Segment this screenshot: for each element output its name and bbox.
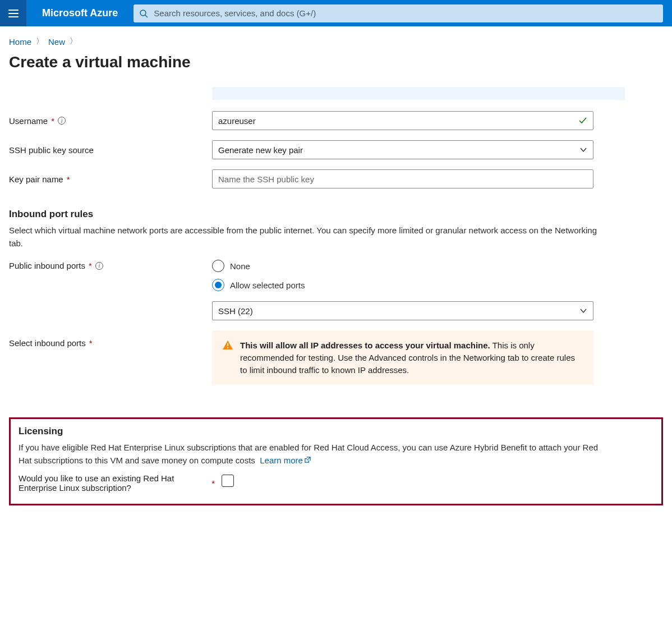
section-inbound: Inbound port rules [9, 209, 663, 220]
required-asterisk: * [51, 116, 54, 126]
svg-line-1 [145, 15, 148, 17]
search-wrap [134, 4, 672, 22]
radio-icon [212, 260, 224, 272]
chevron-down-icon [579, 307, 587, 315]
breadcrumb-home[interactable]: Home [9, 37, 31, 47]
required-asterisk: * [211, 479, 215, 488]
select-ports-label: Select inbound ports [9, 338, 86, 348]
search-box[interactable] [134, 4, 663, 22]
username-input[interactable] [212, 111, 593, 130]
chevron-right-icon: 〉 [36, 36, 44, 47]
breadcrumb: Home 〉 New 〉 [9, 33, 663, 51]
svg-point-0 [140, 10, 146, 16]
radio-none-label: None [230, 261, 250, 271]
row-select-ports: Select inbound ports * SSH (22) This wil… [9, 301, 663, 385]
warning-callout: This will allow all IP addresses to acce… [212, 330, 593, 385]
section-licensing: Licensing [19, 426, 653, 437]
radio-allow[interactable]: Allow selected ports [212, 279, 593, 291]
svg-rect-3 [227, 343, 228, 346]
topbar: Microsoft Azure [0, 0, 672, 26]
row-licensing-question: Would you like to use an existing Red Ha… [19, 473, 653, 493]
warning-icon [222, 339, 233, 351]
warning-text: This will allow all IP addresses to acce… [240, 339, 583, 376]
check-icon [578, 116, 588, 126]
keypair-label: Key pair name [9, 174, 63, 184]
ssh-source-label: SSH public key source [9, 145, 94, 155]
licensing-desc: If you have eligible Red Hat Enterprise … [19, 441, 607, 467]
menu-button[interactable] [0, 0, 26, 26]
existing-subscription-checkbox[interactable] [222, 475, 234, 487]
radio-none[interactable]: None [212, 260, 593, 272]
breadcrumb-new[interactable]: New [48, 37, 65, 47]
radio-allow-label: Allow selected ports [230, 280, 305, 290]
info-icon[interactable]: i [95, 262, 103, 270]
external-link-icon [304, 456, 311, 463]
inbound-ports-value: SSH (22) [218, 306, 253, 316]
learn-more-text: Learn more [260, 456, 303, 465]
licensing-question: Would you like to use an existing Red Ha… [19, 473, 208, 493]
vm-form: Username * i SSH public key source Gener… [9, 111, 663, 505]
keypair-input[interactable] [212, 169, 593, 188]
required-asterisk: * [89, 338, 93, 348]
public-ports-radio-group: None Allow selected ports [212, 260, 593, 291]
username-label-text: Username [9, 116, 48, 126]
learn-more-link[interactable]: Learn more [260, 456, 311, 465]
label-username: Username * i [9, 116, 212, 126]
chevron-right-icon: 〉 [70, 36, 77, 47]
hamburger-icon [8, 13, 19, 14]
svg-rect-4 [227, 347, 228, 348]
row-ssh-source: SSH public key source Generate new key p… [9, 140, 663, 159]
radio-icon-selected [212, 279, 224, 291]
ssh-source-value: Generate new key pair [218, 145, 303, 155]
public-ports-label: Public inbound ports [9, 261, 85, 270]
warning-strong: This will allow all IP addresses to acce… [240, 341, 490, 350]
page-content: Home 〉 New 〉 Create a virtual machine Us… [0, 26, 672, 522]
search-icon [139, 9, 148, 18]
info-icon[interactable]: i [58, 117, 66, 125]
required-asterisk: * [89, 261, 92, 270]
row-keypair: Key pair name * [9, 169, 663, 188]
inbound-ports-select[interactable]: SSH (22) [212, 301, 593, 320]
required-asterisk: * [67, 174, 70, 184]
row-public-ports: Public inbound ports * i None Allow sele… [9, 260, 663, 291]
brand-label[interactable]: Microsoft Azure [26, 7, 134, 19]
info-bar [212, 87, 625, 100]
licensing-panel: Licensing If you have eligible Red Hat E… [9, 417, 663, 505]
row-username: Username * i [9, 111, 663, 130]
page-title: Create a virtual machine [9, 53, 663, 71]
chevron-down-icon [579, 146, 587, 154]
search-input[interactable] [148, 8, 657, 18]
ssh-source-select[interactable]: Generate new key pair [212, 140, 593, 159]
inbound-desc: Select which virtual machine network por… [9, 224, 598, 250]
